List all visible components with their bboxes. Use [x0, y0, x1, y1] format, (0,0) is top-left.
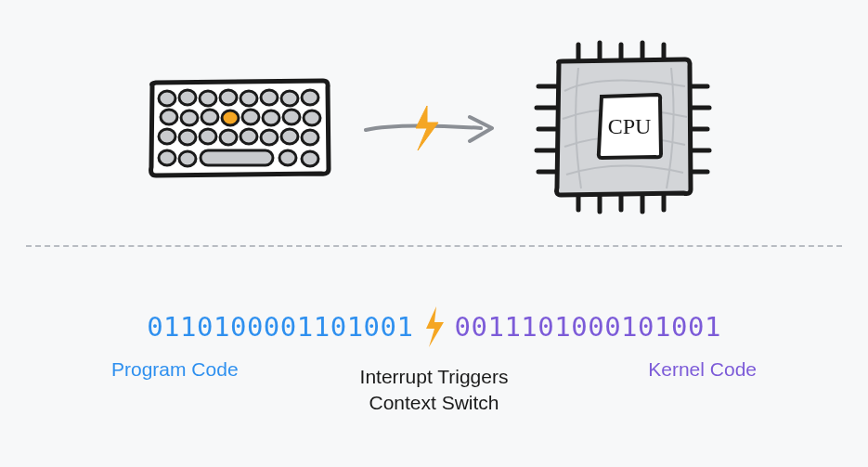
divider — [26, 245, 842, 247]
svg-point-23 — [302, 130, 318, 145]
kernel-code-label: Kernel Code — [648, 358, 757, 381]
svg-point-18 — [200, 129, 216, 144]
arrow-icon — [360, 100, 499, 160]
svg-point-7 — [302, 90, 318, 105]
svg-point-5 — [261, 90, 278, 105]
svg-point-10 — [201, 110, 218, 124]
svg-point-19 — [220, 130, 237, 145]
svg-point-8 — [161, 110, 177, 124]
bottom-section: 0110100001101001 0011101000101001 Progra… — [0, 306, 868, 414]
svg-point-15 — [304, 110, 320, 125]
program-code-label: Program Code — [111, 358, 239, 381]
svg-point-2 — [200, 91, 216, 106]
svg-point-3 — [220, 90, 237, 105]
kernel-binary: 0011101000101001 — [455, 311, 721, 343]
svg-point-13 — [263, 110, 279, 125]
svg-point-24 — [159, 150, 175, 165]
program-binary: 0110100001101001 — [147, 311, 413, 343]
svg-point-28 — [302, 151, 318, 166]
svg-point-16 — [159, 129, 175, 144]
top-row: CPU — [0, 37, 868, 223]
keyboard-icon — [147, 76, 332, 184]
svg-point-6 — [281, 91, 298, 106]
svg-point-9 — [181, 110, 198, 125]
svg-point-0 — [159, 91, 175, 106]
svg-rect-26 — [201, 150, 273, 165]
svg-point-27 — [279, 150, 296, 165]
svg-point-17 — [179, 130, 196, 145]
svg-point-4 — [240, 91, 257, 106]
svg-point-14 — [283, 110, 300, 124]
svg-point-20 — [240, 129, 257, 144]
diagram-canvas: CPU 0110100001101001 0011101000101001 Pr… — [0, 0, 868, 467]
cpu-icon: CPU — [527, 35, 722, 225]
svg-point-12 — [242, 110, 259, 124]
svg-point-21 — [261, 130, 278, 145]
svg-point-25 — [179, 151, 196, 166]
interrupt-label: Interrupt Triggers Context Switch — [360, 364, 509, 417]
svg-point-1 — [179, 90, 196, 105]
cpu-label: CPU — [607, 114, 651, 138]
binary-line: 0110100001101001 0011101000101001 — [0, 306, 868, 347]
svg-point-22 — [281, 129, 298, 144]
lightning-icon — [423, 306, 446, 347]
interrupt-line1: Interrupt Triggers — [360, 366, 509, 387]
labels-row: Program Code Interrupt Triggers Context … — [0, 358, 868, 414]
svg-point-11 — [222, 110, 239, 125]
interrupt-line2: Context Switch — [369, 392, 499, 413]
